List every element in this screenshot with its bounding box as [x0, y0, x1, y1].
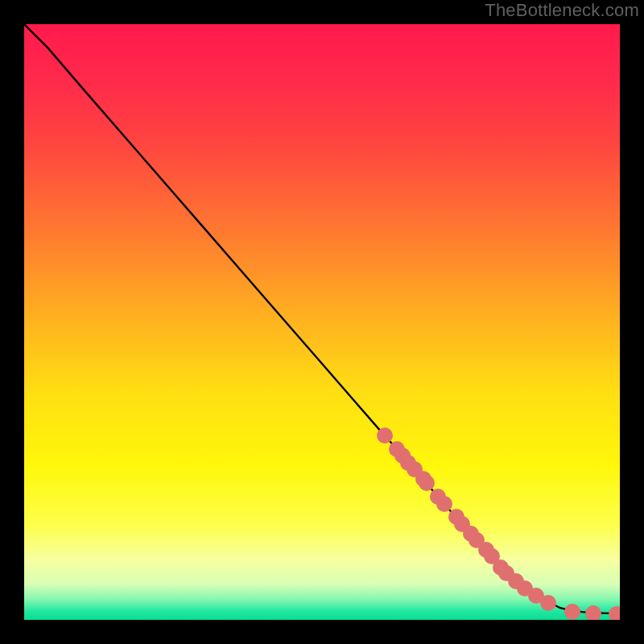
plot-area: [24, 24, 620, 620]
data-marker: [609, 606, 620, 620]
chart-frame: TheBottleneck.com: [0, 0, 644, 644]
main-curve: [24, 24, 620, 614]
data-marker: [585, 605, 601, 620]
data-marker: [377, 427, 393, 444]
attribution-text: TheBottleneck.com: [485, 0, 639, 21]
curve-layer: [24, 24, 620, 620]
data-marker: [564, 604, 580, 620]
data-marker: [419, 475, 435, 491]
